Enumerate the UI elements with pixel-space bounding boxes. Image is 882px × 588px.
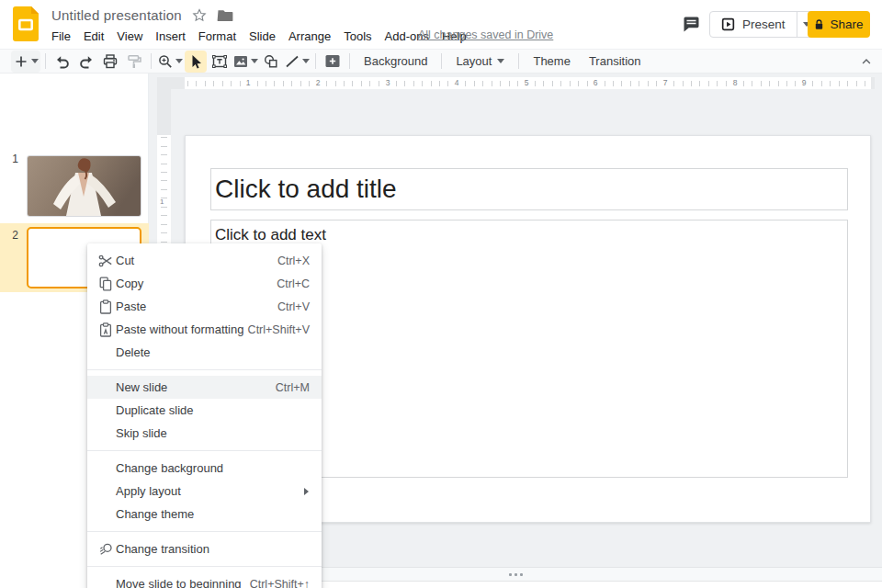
insert-image-button[interactable] <box>232 51 258 73</box>
drag-handle-icon <box>509 573 512 576</box>
menu-edit[interactable]: Edit <box>77 28 110 45</box>
ruler-tick-7: 7 <box>662 78 670 88</box>
redo-icon <box>78 53 95 70</box>
insert-placeholder-icon <box>324 53 341 69</box>
menubar: File Edit View Insert Format Slide Arran… <box>45 27 473 45</box>
insert-placeholder-button[interactable] <box>322 51 344 73</box>
theme-button[interactable]: Theme <box>524 51 579 73</box>
menu-arrange[interactable]: Arrange <box>282 28 337 45</box>
toolbar-divider <box>151 53 152 69</box>
context-item-change-transition[interactable]: Change transition <box>87 537 322 560</box>
slide-1-number: 1 <box>7 153 18 165</box>
save-status-link[interactable]: All changes saved in Drive <box>418 28 553 41</box>
textbox-icon <box>211 53 228 70</box>
menu-slide[interactable]: Slide <box>243 28 282 45</box>
context-item-paste-without-formatting[interactable]: Paste without formatting Ctrl+Shift+V <box>87 318 322 341</box>
toolbar-divider <box>45 53 46 69</box>
ruler-tick-1: 1 <box>244 78 253 88</box>
line-tool-button[interactable] <box>284 51 310 73</box>
copy-icon <box>98 277 113 291</box>
share-label: Share <box>830 17 863 31</box>
toolbar-divider <box>349 53 350 69</box>
submenu-arrow-icon <box>304 488 309 495</box>
context-item-change-theme[interactable]: Change theme <box>87 503 322 526</box>
present-icon <box>721 17 735 31</box>
v-ruler-label: 1 <box>160 198 164 206</box>
share-button[interactable]: Share <box>808 11 870 38</box>
comment-icon <box>682 16 701 34</box>
zoom-caret-icon[interactable] <box>175 59 183 63</box>
ruler-tick-6: 6 <box>592 78 600 88</box>
slide-2-number: 2 <box>7 229 18 242</box>
transition-button[interactable]: Transition <box>580 51 650 73</box>
select-cursor-icon <box>187 53 204 70</box>
present-button[interactable]: Present <box>710 12 797 37</box>
menu-format[interactable]: Format <box>192 28 243 45</box>
undo-icon <box>54 53 71 70</box>
horizontal-ruler: 1 2 3 4 5 6 7 8 9 <box>171 77 875 89</box>
context-menu-divider <box>87 566 322 567</box>
zoom-button[interactable] <box>157 51 183 73</box>
line-caret-icon[interactable] <box>302 59 310 63</box>
slides-logo-icon[interactable] <box>13 6 39 41</box>
zoom-icon <box>157 53 174 70</box>
layout-button[interactable]: Layout <box>447 51 514 73</box>
scissors-icon <box>98 254 113 268</box>
document-title[interactable]: Untitled presentation <box>51 7 182 23</box>
menu-tools[interactable]: Tools <box>337 28 378 45</box>
new-slide-caret-icon[interactable] <box>31 59 39 63</box>
slide-1-photo <box>28 156 141 216</box>
toolbar-divider <box>518 53 519 69</box>
context-menu-divider <box>87 531 322 532</box>
star-icon[interactable] <box>192 8 207 23</box>
context-item-move-slide-to-beginning[interactable]: Move slide to beginning Ctrl+Shift+↑ <box>87 572 322 588</box>
context-menu-divider <box>87 450 322 451</box>
toolbar-divider <box>315 53 316 69</box>
title-placeholder[interactable]: Click to add title <box>210 168 848 210</box>
context-item-change-background[interactable]: Change background <box>87 457 322 480</box>
paste-icon <box>98 300 113 314</box>
transition-icon <box>98 542 113 557</box>
textbox-tool-button[interactable] <box>209 51 231 73</box>
present-button-group: Present <box>709 11 817 38</box>
menu-insert[interactable]: Insert <box>149 28 192 45</box>
new-slide-plus-icon <box>13 53 29 70</box>
slide-1-thumbnail[interactable] <box>27 155 141 217</box>
ruler-tick-9: 9 <box>800 78 808 88</box>
drag-handle-icon <box>520 573 523 576</box>
select-tool-button[interactable] <box>185 51 207 73</box>
context-item-cut[interactable]: Cut Ctrl+X <box>87 249 322 272</box>
line-icon <box>284 53 300 70</box>
collapse-toolbar-icon <box>860 55 873 68</box>
context-menu-divider <box>87 369 322 370</box>
print-button[interactable] <box>99 51 121 73</box>
image-icon <box>232 53 249 70</box>
context-item-apply-layout[interactable]: Apply layout <box>87 480 322 503</box>
shape-tool-button[interactable] <box>260 51 282 73</box>
layout-caret-icon <box>497 59 504 63</box>
redo-button[interactable] <box>75 51 97 73</box>
new-slide-button[interactable] <box>11 51 40 73</box>
shape-icon <box>263 53 279 70</box>
toolbar-divider <box>441 53 442 69</box>
image-caret-icon[interactable] <box>251 59 258 63</box>
ruler-tick-4: 4 <box>453 78 461 88</box>
lock-icon <box>814 18 824 31</box>
context-item-duplicate-slide[interactable]: Duplicate slide <box>87 399 322 422</box>
context-item-paste[interactable]: Paste Ctrl+V <box>87 295 322 318</box>
context-item-new-slide[interactable]: New slide Ctrl+M <box>87 376 322 399</box>
context-item-copy[interactable]: Copy Ctrl+C <box>87 272 322 295</box>
comments-button[interactable] <box>680 14 702 36</box>
context-item-skip-slide[interactable]: Skip slide <box>87 422 322 445</box>
context-item-delete[interactable]: Delete <box>87 341 322 364</box>
menu-view[interactable]: View <box>110 28 149 45</box>
move-folder-icon[interactable] <box>217 8 233 22</box>
background-button[interactable]: Background <box>355 51 436 73</box>
undo-button[interactable] <box>51 51 74 73</box>
slide-context-menu: Cut Ctrl+X Copy Ctrl+C Paste Ctrl+V Past… <box>87 243 322 588</box>
menu-file[interactable]: File <box>45 28 77 45</box>
paint-format-icon <box>126 53 142 70</box>
paint-format-button[interactable] <box>123 51 145 73</box>
ruler-tick-5: 5 <box>523 78 531 88</box>
collapse-toolbar-button[interactable] <box>856 52 876 71</box>
